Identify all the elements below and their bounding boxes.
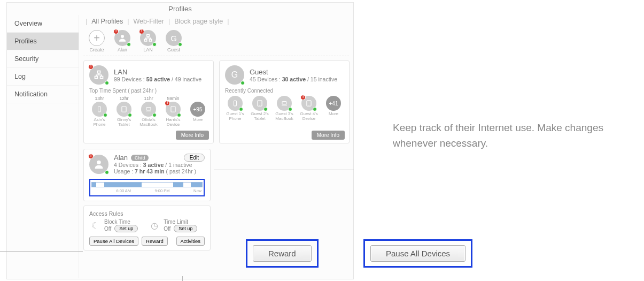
highlight-pause: Pause All Devices: [363, 239, 472, 268]
svg-rect-6: [100, 77, 103, 79]
online-icon: [105, 170, 109, 174]
svg-rect-1: [147, 34, 150, 36]
device-row: 13hr Asin's Phone 12hr Ginny's Tablet 11…: [89, 96, 208, 127]
card-lan: LAN 99 Devices : 50 active / 49 inactive…: [83, 60, 214, 143]
card-stat: 45 Devices : 30 active / 15 inactive: [250, 76, 337, 82]
reward-big-button[interactable]: Reward: [253, 245, 312, 262]
chip-alan[interactable]: Alan: [114, 30, 130, 52]
phone-icon: [92, 102, 107, 117]
pause-big-button[interactable]: Pause All Devices: [370, 245, 465, 262]
pause-all-button[interactable]: Pause All Devices: [89, 237, 138, 246]
svg-rect-2: [144, 39, 147, 41]
tab-web-filter[interactable]: Web-Filter: [129, 16, 168, 27]
chip-label: Alan: [118, 47, 127, 52]
sidebar-item-log[interactable]: Log: [7, 68, 79, 86]
usage-timeline: 6:00 AM 9:00 PM Now: [89, 179, 205, 196]
card-title: Guest: [250, 68, 337, 76]
alert-icon: [113, 29, 119, 34]
alert-icon: [88, 64, 94, 70]
more-count: +95: [190, 102, 205, 117]
svg-point-0: [121, 35, 124, 38]
svg-point-23: [97, 160, 100, 164]
svg-rect-5: [95, 77, 98, 79]
access-rules-card: Access Rules ☾ Block Time OffSet up ◷ Ti…: [83, 206, 211, 250]
sidebar: Overview Profiles Security Log Notificat…: [7, 15, 79, 278]
rules-title: Access Rules: [89, 210, 205, 217]
card-subheader: Recently Connected: [225, 88, 344, 94]
plus-icon: +: [89, 30, 105, 46]
usage-stat: Usage : 7 hr 43 min ( past 24hr ): [114, 168, 196, 174]
person-icon: [114, 30, 130, 46]
edit-button[interactable]: Edit: [184, 154, 205, 162]
chip-label: LAN: [143, 47, 153, 52]
sidebar-item-security[interactable]: Security: [7, 50, 79, 68]
sidebar-item-overview[interactable]: Overview: [7, 15, 79, 33]
phone-icon: [228, 96, 243, 111]
connector-line: [0, 251, 83, 252]
online-icon: [105, 81, 109, 85]
highlight-reward: Reward: [246, 239, 319, 268]
card-stat: 99 Devices : 50 active / 49 inactive: [114, 76, 201, 82]
connector-line: [214, 170, 354, 170]
svg-rect-3: [149, 39, 152, 41]
child-badge: Child: [131, 155, 149, 161]
tab-all-profiles[interactable]: All Profiles: [87, 16, 127, 27]
more-info-button[interactable]: More Info: [176, 131, 209, 140]
device-item[interactable]: 13hr Asin's Phone: [89, 96, 110, 127]
lan-icon: [140, 30, 156, 46]
reward-button[interactable]: Reward: [142, 237, 168, 246]
device-item[interactable]: Guest 3's MacBook: [274, 96, 294, 121]
chip-lan[interactable]: LAN: [140, 30, 156, 52]
card-alan: Edit Alan Child 4 Devices : 3 active / 1…: [83, 149, 211, 201]
tab-block-page-style[interactable]: Block page style: [170, 16, 227, 27]
app-panel: Profiles Overview Profiles Security Log …: [6, 2, 354, 279]
person-avatar-icon: [89, 155, 108, 174]
card-title: LAN: [114, 68, 201, 76]
setup-limit-button[interactable]: Set up: [174, 225, 197, 232]
block-time-rule: ☾ Block Time OffSet up: [89, 219, 138, 232]
svg-rect-11: [146, 108, 151, 111]
laptop-icon: [277, 96, 292, 111]
sidebar-item-profiles[interactable]: Profiles: [7, 33, 79, 50]
device-more[interactable]: +41 More: [323, 96, 344, 121]
guest-avatar-icon: G: [225, 65, 244, 85]
laptop-icon: [141, 102, 156, 117]
sidebar-item-notification[interactable]: Notification: [7, 86, 79, 103]
device-more[interactable]: +95 More: [188, 96, 208, 127]
guest-icon: G: [166, 30, 182, 46]
tabs: | All Profiles | Web-Filter | Block page…: [83, 15, 349, 27]
online-icon: [178, 42, 182, 47]
tablet-icon: [166, 102, 181, 117]
alert-icon: [88, 154, 94, 159]
svg-rect-19: [282, 102, 286, 105]
card-title: Alan: [114, 154, 128, 162]
device-item[interactable]: 59min Harris's Device: [163, 96, 183, 127]
device-item[interactable]: Guest 4's Device: [299, 96, 319, 121]
alert-icon: [139, 29, 144, 34]
chip-label: Create: [89, 47, 104, 52]
time-limit-rule: ◷ Time Limit OffSet up: [149, 219, 197, 232]
activities-button[interactable]: Activities: [176, 237, 205, 246]
device-item[interactable]: 11hr Olivia's MacBook: [138, 96, 159, 127]
chip-guest[interactable]: G Guest: [166, 30, 182, 52]
card-stat: 4 Devices : 3 active / 1 inactive: [114, 162, 196, 168]
device-item[interactable]: Guest 2's Tablet: [250, 96, 270, 121]
device-row: Guest 1's Phone Guest 2's Tablet Guest 3…: [225, 96, 344, 121]
device-item[interactable]: Guest 1's Phone: [225, 96, 245, 121]
profile-chips: + Create Alan: [83, 27, 349, 56]
moon-icon: ☾: [89, 220, 101, 232]
more-count: +41: [326, 96, 341, 111]
online-icon: [240, 81, 245, 85]
card-subheader: Top Time Spent ( past 24hr ): [89, 88, 208, 94]
tablet-icon: [252, 96, 267, 111]
lan-avatar-icon: [89, 65, 108, 85]
device-item[interactable]: 12hr Ginny's Tablet: [114, 96, 134, 127]
online-icon: [127, 42, 131, 47]
chip-create[interactable]: + Create: [89, 30, 105, 52]
more-info-button[interactable]: More Info: [312, 131, 345, 140]
callout-text: Keep track of their Internet use. Make c…: [393, 120, 623, 151]
tablet-icon: [301, 96, 316, 111]
setup-block-button[interactable]: Set up: [114, 225, 138, 232]
svg-rect-4: [98, 71, 100, 73]
online-icon: [152, 42, 157, 47]
